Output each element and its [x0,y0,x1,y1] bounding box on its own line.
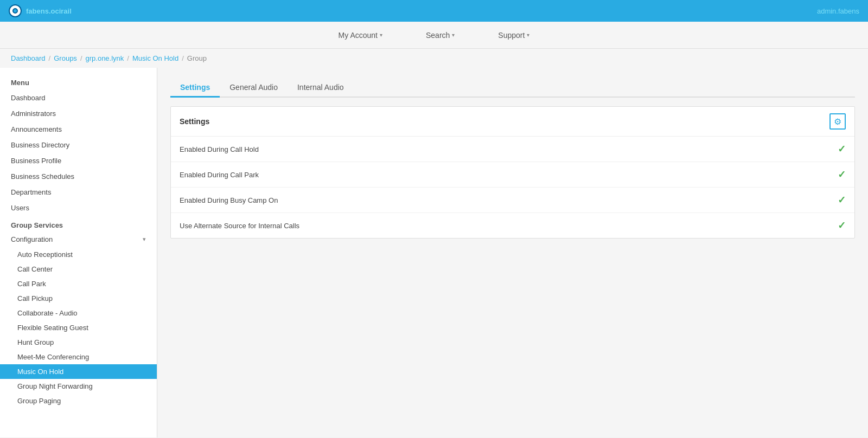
logo-inner [12,8,18,14]
breadcrumb-groups[interactable]: Groups [54,54,77,62]
settings-card: Settings ⚙ Enabled During Call Hold ✓ En… [170,106,855,239]
breadcrumb-dashboard[interactable]: Dashboard [11,54,46,62]
configuration-chevron-icon: ▾ [143,236,146,243]
sidebar-configuration-label: Configuration [11,235,53,243]
nav-search[interactable]: Search ▾ [426,31,455,40]
sidebar-call-pickup[interactable]: Call Pickup [0,291,157,306]
settings-row-alternate-source: Use Alternate Source for Internal Calls … [171,213,854,238]
top-bar: fabens.ocirail admin.fabens [0,0,868,22]
settings-card-header: Settings ⚙ [171,107,854,137]
sidebar-collaborate-audio[interactable]: Collaborate - Audio [0,306,157,320]
nav-my-account-label: My Account [339,31,378,40]
main-layout: Menu Dashboard Administrators Announceme… [0,68,868,437]
tab-general-audio[interactable]: General Audio [220,79,288,98]
gear-icon: ⚙ [834,117,841,127]
sidebar-item-business-profile[interactable]: Business Profile [0,153,157,169]
nav-bar: My Account ▾ Search ▾ Support ▾ [0,22,868,49]
sidebar-item-users[interactable]: Users [0,200,157,216]
settings-card-title: Settings [180,117,209,126]
check-call-park: ✓ [838,169,846,181]
tab-internal-audio[interactable]: Internal Audio [288,79,354,98]
breadcrumb: Dashboard / Groups / grp.one.lynk / Musi… [0,49,868,68]
breadcrumb-group: Group [187,54,207,62]
sidebar-call-center[interactable]: Call Center [0,262,157,276]
breadcrumb-sep-2: / [80,54,82,62]
sidebar-item-dashboard[interactable]: Dashboard [0,90,157,106]
settings-label-call-park: Enabled During Call Park [180,171,838,179]
content-area: Settings General Audio Internal Audio Se… [157,68,868,437]
sidebar-meet-me-conferencing[interactable]: Meet-Me Conferencing [0,350,157,364]
breadcrumb-sep-3: / [127,54,129,62]
group-services-title: Group Services [0,216,157,231]
check-alternate-source: ✓ [838,220,846,231]
breadcrumb-music-on-hold[interactable]: Music On Hold [132,54,178,62]
settings-label-alternate-source: Use Alternate Source for Internal Calls [180,222,838,230]
sidebar: Menu Dashboard Administrators Announceme… [0,68,157,437]
tab-settings[interactable]: Settings [170,79,220,98]
sidebar-item-administrators[interactable]: Administrators [0,106,157,121]
settings-row-call-park: Enabled During Call Park ✓ [171,162,854,188]
sidebar-item-departments[interactable]: Departments [0,184,157,200]
check-busy-camp-on: ✓ [838,194,846,206]
sidebar-item-business-directory[interactable]: Business Directory [0,137,157,153]
sidebar-group-paging[interactable]: Group Paging [0,394,157,408]
sidebar-item-announcements[interactable]: Announcements [0,121,157,137]
sidebar-item-business-schedules[interactable]: Business Schedules [0,169,157,184]
breadcrumb-sep-4: / [182,54,184,62]
menu-title: Menu [0,73,157,90]
sidebar-flexible-seating-guest[interactable]: Flexible Seating Guest [0,320,157,335]
nav-my-account[interactable]: My Account ▾ [339,31,382,40]
settings-label-call-hold: Enabled During Call Hold [180,145,838,153]
breadcrumb-sep-1: / [49,54,51,62]
nav-support-label: Support [498,31,525,40]
sidebar-hunt-group[interactable]: Hunt Group [0,335,157,350]
settings-label-busy-camp-on: Enabled During Busy Camp On [180,196,838,204]
sidebar-auto-receptionist[interactable]: Auto Receptionist [0,247,157,262]
gear-button[interactable]: ⚙ [829,113,846,130]
tabs: Settings General Audio Internal Audio [170,79,855,98]
settings-row-call-hold: Enabled During Call Hold ✓ [171,137,854,162]
sidebar-music-on-hold[interactable]: Music On Hold [0,364,157,379]
nav-search-chevron: ▾ [452,32,455,38]
logo: fabens.ocirail [9,4,72,17]
nav-my-account-chevron: ▾ [380,32,382,38]
sidebar-configuration-collapsible[interactable]: Configuration ▾ [0,231,157,247]
settings-row-busy-camp-on: Enabled During Busy Camp On ✓ [171,188,854,213]
breadcrumb-grp[interactable]: grp.one.lynk [86,54,124,62]
sidebar-call-park[interactable]: Call Park [0,276,157,291]
user-name: admin.fabens [817,7,859,15]
logo-circle [9,4,22,17]
nav-search-label: Search [426,31,450,40]
brand-name: fabens.ocirail [26,7,72,15]
nav-support-chevron: ▾ [527,32,529,38]
nav-support[interactable]: Support ▾ [498,31,529,40]
sidebar-group-night-forwarding[interactable]: Group Night Forwarding [0,379,157,394]
check-call-hold: ✓ [838,143,846,155]
